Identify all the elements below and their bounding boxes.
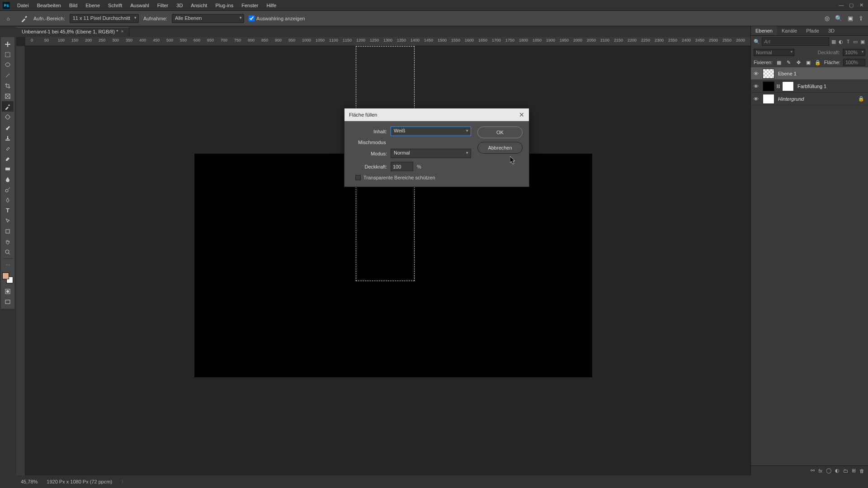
layer-mask-thumb[interactable] bbox=[782, 81, 794, 91]
stamp-tool[interactable] bbox=[2, 132, 14, 143]
menu-auswahl[interactable]: Auswahl bbox=[127, 1, 153, 9]
group-icon[interactable]: 🗀 bbox=[843, 468, 848, 474]
menu-ebene[interactable]: Ebene bbox=[82, 1, 104, 9]
marquee-tool[interactable] bbox=[2, 49, 14, 60]
lock-artboard-icon[interactable]: ▣ bbox=[805, 60, 812, 66]
wand-tool[interactable] bbox=[2, 70, 14, 80]
menu-fenster[interactable]: Fenster bbox=[238, 1, 262, 9]
menu-schrift[interactable]: Schrift bbox=[104, 1, 126, 9]
tab-pfade[interactable]: Pfade bbox=[802, 26, 824, 35]
menu-plugins[interactable]: Plug-ins bbox=[212, 1, 237, 9]
layer-thumb[interactable] bbox=[763, 94, 774, 104]
show-ring-input[interactable] bbox=[249, 15, 255, 21]
filter-smart-icon[interactable]: ▣ bbox=[860, 38, 865, 46]
layer-row[interactable]: 👁⛓Farbfüllung 1 bbox=[751, 80, 868, 93]
menu-hilfe[interactable]: Hilfe bbox=[263, 1, 280, 9]
eraser-tool[interactable] bbox=[2, 153, 14, 164]
layer-lock-icon[interactable]: 🔒 bbox=[858, 96, 864, 102]
zoom-tool[interactable] bbox=[2, 247, 14, 257]
tab-kanaele[interactable]: Kanäle bbox=[777, 26, 802, 35]
screenmode-tool[interactable] bbox=[2, 296, 14, 307]
lasso-tool[interactable] bbox=[2, 60, 14, 70]
adjustment-icon[interactable]: ◐ bbox=[835, 468, 840, 474]
filter-type-icon[interactable]: T bbox=[845, 38, 851, 46]
filter-adjust-icon[interactable]: ◐ bbox=[838, 38, 844, 46]
share-icon[interactable]: ⇪ bbox=[859, 15, 863, 22]
edit-toolbar[interactable]: ⋯ bbox=[2, 260, 14, 271]
heal-tool[interactable] bbox=[2, 112, 14, 122]
sample-size-select[interactable]: 11 x 11 Pixel Durchschnitt bbox=[70, 14, 139, 23]
layer-name[interactable]: Hintergrund bbox=[776, 96, 804, 102]
target-icon[interactable]: ◎ bbox=[825, 15, 830, 22]
layer-thumb[interactable] bbox=[763, 81, 774, 91]
maximize-icon[interactable]: ▢ bbox=[848, 2, 854, 8]
fx-icon[interactable]: fx bbox=[818, 468, 822, 474]
opacity-select[interactable]: 100% bbox=[843, 49, 865, 56]
filter-pixel-icon[interactable]: ▦ bbox=[831, 38, 836, 46]
doc-info[interactable]: 1920 Px x 1080 Px (72 ppcm) bbox=[47, 479, 112, 484]
layer-name[interactable]: Ebene 1 bbox=[776, 71, 797, 76]
document-tab-close-icon[interactable]: × bbox=[121, 29, 123, 34]
fill-select[interactable]: 100% bbox=[843, 59, 865, 66]
layer-name[interactable]: Farbfüllung 1 bbox=[796, 84, 826, 89]
layer-thumb[interactable] bbox=[763, 69, 774, 79]
blur-tool[interactable] bbox=[2, 174, 14, 184]
shape-tool[interactable] bbox=[2, 226, 14, 236]
quickmask-tool[interactable] bbox=[2, 286, 14, 296]
eyedropper-tool[interactable] bbox=[2, 101, 14, 112]
menu-3d[interactable]: 3D bbox=[173, 1, 186, 9]
foreground-swatch[interactable] bbox=[2, 272, 9, 279]
path-select-tool[interactable] bbox=[2, 216, 14, 226]
layer-row[interactable]: 👁Hintergrund🔒 bbox=[751, 93, 868, 105]
status-more-icon[interactable]: 〉 bbox=[121, 479, 126, 485]
search-icon[interactable]: 🔍 bbox=[835, 15, 842, 22]
crop-tool[interactable] bbox=[2, 80, 14, 91]
blend-mode-select[interactable]: Normal bbox=[754, 49, 794, 56]
filter-shape-icon[interactable]: ▭ bbox=[853, 38, 858, 46]
document-tab[interactable]: Unbenannt-1 bei 45,8% (Ebene 1, RGB/8) *… bbox=[16, 27, 129, 36]
ok-button[interactable]: OK bbox=[477, 127, 523, 138]
lock-all-icon[interactable]: 🔒 bbox=[814, 60, 821, 66]
ruler-vertical[interactable] bbox=[16, 46, 25, 475]
dlg-opacity-input[interactable] bbox=[391, 162, 413, 171]
show-ring-checkbox[interactable]: Auswahlring anzeigen bbox=[249, 15, 305, 21]
tab-3d[interactable]: 3D bbox=[824, 26, 839, 35]
ruler-horizontal[interactable]: 0501001502002503003504004505005506006507… bbox=[25, 37, 750, 46]
type-tool[interactable]: T bbox=[2, 205, 14, 216]
hand-tool[interactable] bbox=[2, 236, 14, 247]
preserve-trans-check[interactable]: Transparente Bereiche schützen bbox=[355, 175, 471, 180]
move-tool[interactable] bbox=[2, 39, 14, 49]
brush-tool[interactable] bbox=[2, 122, 14, 132]
frame-tool[interactable] bbox=[2, 91, 14, 101]
zoom-value[interactable]: 45,78% bbox=[21, 479, 38, 484]
link-layers-icon[interactable]: ⚯ bbox=[811, 468, 815, 474]
layer-row[interactable]: 👁Ebene 1 bbox=[751, 67, 868, 80]
layer-filter-input[interactable] bbox=[762, 38, 829, 46]
lock-pos-icon[interactable]: ✥ bbox=[795, 60, 802, 66]
menu-filter[interactable]: Filter bbox=[154, 1, 172, 9]
sample-layers-select[interactable]: Alle Ebenen bbox=[172, 14, 244, 23]
history-brush-tool[interactable] bbox=[2, 143, 14, 153]
color-swatches[interactable] bbox=[2, 272, 13, 283]
content-select[interactable]: Weiß bbox=[391, 127, 471, 136]
layer-visibility-icon[interactable]: 👁 bbox=[751, 96, 761, 102]
delete-layer-icon[interactable]: 🗑 bbox=[859, 468, 864, 474]
menu-ansicht[interactable]: Ansicht bbox=[187, 1, 211, 9]
menu-bearbeiten[interactable]: Bearbeiten bbox=[33, 1, 65, 9]
layer-visibility-icon[interactable]: 👁 bbox=[751, 71, 761, 76]
menu-bild[interactable]: Bild bbox=[66, 1, 81, 9]
preserve-trans-box[interactable] bbox=[355, 175, 361, 180]
gradient-tool[interactable] bbox=[2, 164, 14, 174]
pen-tool[interactable] bbox=[2, 195, 14, 205]
tab-ebenen[interactable]: Ebenen bbox=[751, 26, 777, 35]
layer-visibility-icon[interactable]: 👁 bbox=[751, 84, 761, 89]
mask-link-icon[interactable]: ⛓ bbox=[776, 84, 780, 89]
new-layer-icon[interactable]: ⊞ bbox=[852, 468, 856, 474]
close-icon[interactable]: ✕ bbox=[858, 2, 864, 8]
dodge-tool[interactable] bbox=[2, 184, 14, 195]
home-icon[interactable]: ⌂ bbox=[4, 14, 13, 23]
mask-icon[interactable]: ◯ bbox=[826, 468, 831, 474]
cancel-button[interactable]: Abbrechen bbox=[477, 142, 523, 154]
lock-trans-icon[interactable]: ▦ bbox=[775, 60, 783, 66]
dialog-titlebar[interactable]: Fläche füllen ✕ bbox=[344, 108, 529, 121]
